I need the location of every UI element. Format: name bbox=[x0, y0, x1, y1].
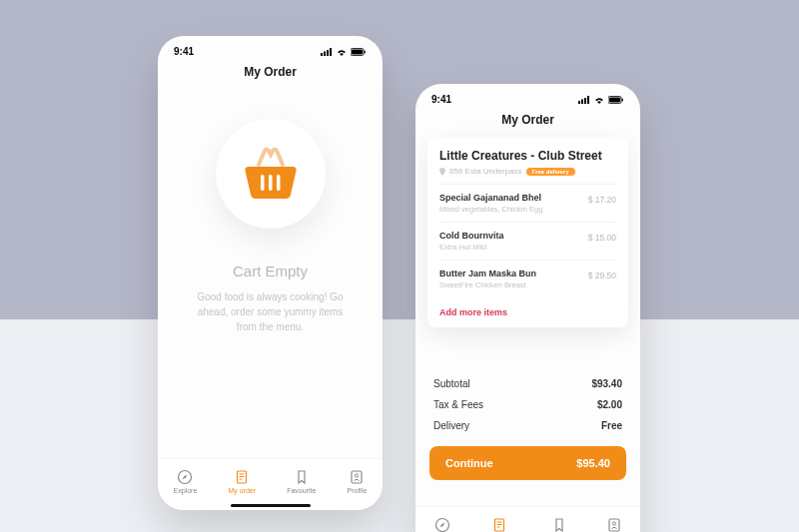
svg-rect-2 bbox=[327, 50, 329, 56]
svg-rect-22 bbox=[609, 97, 620, 102]
svg-rect-3 bbox=[330, 48, 332, 56]
continue-amount: $95.40 bbox=[576, 457, 610, 469]
subtotal-value: $93.40 bbox=[591, 378, 622, 389]
battery-icon bbox=[351, 48, 367, 56]
wifi-icon bbox=[593, 96, 605, 104]
compass-icon bbox=[177, 469, 193, 485]
subtotal-row: Subtotal $93.40 bbox=[433, 373, 622, 394]
status-time: 9:41 bbox=[431, 94, 451, 105]
nav-label: Favourite bbox=[287, 487, 316, 494]
svg-point-30 bbox=[613, 522, 616, 525]
svg-point-16 bbox=[356, 474, 359, 477]
item-price: $ 15.00 bbox=[588, 233, 616, 243]
svg-rect-23 bbox=[622, 98, 623, 101]
profile-icon bbox=[349, 469, 365, 485]
bottom-nav: Explore My order Favourite Profile bbox=[415, 506, 640, 532]
svg-rect-6 bbox=[365, 50, 366, 53]
page-title: My Order bbox=[158, 61, 383, 89]
phone-empty-cart: 9:41 My Order Cart Empty Good food is al… bbox=[158, 36, 383, 510]
tax-label: Tax & Fees bbox=[433, 399, 483, 410]
nav-favourite[interactable]: Favourite bbox=[287, 469, 316, 494]
svg-rect-9 bbox=[277, 175, 281, 191]
nav-favourite[interactable]: Favourite bbox=[544, 517, 573, 532]
status-icons bbox=[321, 48, 367, 56]
item-desc: SweetFire Chicken Breast bbox=[439, 280, 536, 289]
svg-rect-5 bbox=[352, 49, 363, 54]
nav-myorder[interactable]: My order bbox=[485, 517, 513, 532]
svg-rect-20 bbox=[587, 96, 589, 104]
svg-rect-8 bbox=[269, 175, 273, 191]
item-desc: Extra Hot Mild bbox=[439, 243, 504, 252]
compass-icon bbox=[434, 517, 450, 532]
bookmark-icon bbox=[294, 469, 310, 485]
basket-icon bbox=[241, 147, 301, 201]
wifi-icon bbox=[336, 48, 348, 56]
nav-explore[interactable]: Explore bbox=[431, 517, 455, 532]
svg-rect-19 bbox=[584, 98, 586, 104]
status-icons bbox=[578, 96, 624, 104]
nav-label: Profile bbox=[348, 487, 368, 494]
item-price: $ 29.50 bbox=[588, 270, 616, 280]
delivery-badge: Free delivery bbox=[526, 168, 575, 176]
delivery-row: Delivery Free bbox=[433, 415, 622, 436]
subtotal-label: Subtotal bbox=[433, 378, 470, 389]
item-name: Butter Jam Maska Bun bbox=[439, 268, 536, 278]
status-bar: 9:41 bbox=[415, 84, 640, 109]
basket-circle bbox=[216, 119, 326, 229]
restaurant-address-row: 856 Esta Underpass Free delivery bbox=[439, 167, 616, 176]
receipt-icon bbox=[491, 517, 507, 532]
svg-rect-1 bbox=[324, 51, 326, 56]
add-more-items[interactable]: Add more items bbox=[439, 307, 616, 317]
order-item[interactable]: Butter Jam Maska Bun SweetFire Chicken B… bbox=[439, 260, 616, 297]
nav-profile[interactable]: Profile bbox=[605, 517, 625, 532]
tax-row: Tax & Fees $2.00 bbox=[433, 394, 622, 415]
nav-profile[interactable]: Profile bbox=[348, 469, 368, 494]
svg-rect-0 bbox=[321, 53, 323, 56]
item-name: Special Gajananad Bhel bbox=[439, 193, 542, 203]
page-title: My Order bbox=[415, 109, 640, 137]
status-time: 9:41 bbox=[174, 46, 194, 57]
empty-subtitle: Good food is always cooking! Go ahead, o… bbox=[182, 289, 359, 334]
restaurant-address: 856 Esta Underpass bbox=[449, 167, 522, 176]
status-bar: 9:41 bbox=[158, 36, 383, 61]
nav-explore[interactable]: Explore bbox=[174, 469, 198, 494]
tax-value: $2.00 bbox=[597, 399, 622, 410]
delivery-label: Delivery bbox=[433, 420, 469, 431]
item-desc: Mixed vegetables, Chickrn Egg bbox=[439, 205, 542, 214]
empty-state: Cart Empty Good food is always cooking! … bbox=[158, 89, 383, 334]
delivery-value: Free bbox=[601, 420, 622, 431]
svg-rect-17 bbox=[578, 101, 580, 104]
order-card: Little Creatures - Club Street 856 Esta … bbox=[427, 137, 628, 327]
battery-icon bbox=[608, 96, 624, 104]
item-price: $ 17.20 bbox=[588, 195, 616, 205]
signal-icon bbox=[321, 48, 333, 56]
order-item[interactable]: Special Gajananad Bhel Mixed vegetables,… bbox=[439, 184, 616, 222]
order-item[interactable]: Cold Bournvita Extra Hot Mild $ 15.00 bbox=[439, 222, 616, 260]
nav-label: Explore bbox=[174, 487, 198, 494]
receipt-icon bbox=[234, 469, 250, 485]
nav-label: My order bbox=[228, 487, 256, 494]
continue-label: Continue bbox=[445, 457, 493, 469]
nav-myorder[interactable]: My order bbox=[228, 469, 256, 494]
svg-rect-7 bbox=[261, 175, 265, 191]
home-indicator bbox=[231, 504, 311, 507]
restaurant-name: Little Creatures - Club Street bbox=[439, 149, 616, 163]
empty-heading: Cart Empty bbox=[233, 263, 308, 279]
order-items: Special Gajananad Bhel Mixed vegetables,… bbox=[439, 184, 616, 297]
bottom-nav: Explore My order Favourite Profile bbox=[158, 458, 383, 510]
phone-order: 9:41 My Order Little Creatures - Club St… bbox=[415, 84, 640, 532]
svg-rect-18 bbox=[581, 99, 583, 104]
totals: Subtotal $93.40 Tax & Fees $2.00 Deliver… bbox=[433, 373, 622, 436]
signal-icon bbox=[578, 96, 590, 104]
pin-icon bbox=[439, 168, 445, 176]
bookmark-icon bbox=[551, 517, 567, 532]
item-name: Cold Bournvita bbox=[439, 231, 504, 241]
continue-button[interactable]: Continue $95.40 bbox=[429, 446, 626, 480]
profile-icon bbox=[606, 517, 622, 532]
